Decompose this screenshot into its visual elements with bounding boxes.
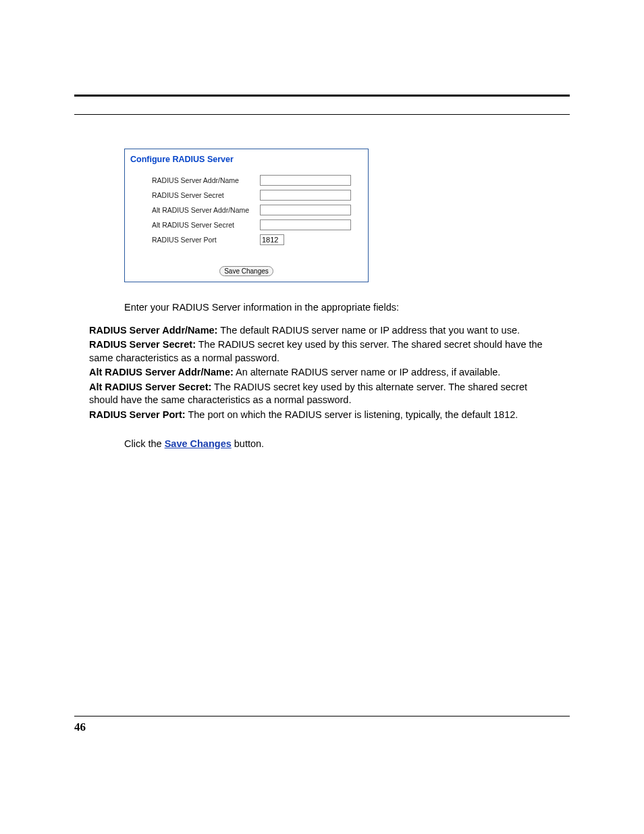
field-row: Alt RADIUS Server Addr/Name: [152, 205, 361, 215]
field-label: RADIUS Server Addr/Name: [152, 176, 260, 184]
field-label: Alt RADIUS Server Addr/Name: [152, 206, 260, 214]
definition-item: Alt RADIUS Server Addr/Name: An alternat…: [89, 366, 556, 380]
definition-desc: An alternate RADIUS server name or IP ad…: [234, 367, 500, 377]
definition-desc: The default RADIUS server name or IP add…: [217, 325, 520, 336]
field-row: RADIUS Server Secret: [152, 190, 361, 201]
field-label: RADIUS Server Port: [152, 236, 260, 244]
thick-rule: [74, 95, 570, 97]
closing-line: Click the Save Changes button.: [124, 438, 570, 449]
intro-text: Enter your RADIUS Server information in …: [124, 301, 556, 315]
footer-rule: [74, 716, 570, 716]
definition-term: RADIUS Server Addr/Name:: [89, 325, 217, 336]
thin-rule: [74, 114, 570, 115]
save-changes-button[interactable]: Save Changes: [219, 266, 273, 276]
alt-radius-secret-input[interactable]: [260, 219, 351, 230]
definition-term: Alt RADIUS Server Addr/Name:: [89, 367, 234, 377]
field-row: RADIUS Server Port: [152, 234, 361, 245]
definition-desc: The port on which the RADIUS server is l…: [186, 409, 518, 420]
radius-addr-input[interactable]: [260, 175, 351, 186]
page-number: 46: [74, 721, 86, 734]
config-radius-panel: Configure RADIUS Server RADIUS Server Ad…: [124, 149, 369, 282]
definition-term: RADIUS Server Secret:: [89, 339, 196, 350]
definition-item: RADIUS Server Addr/Name: The default RAD…: [89, 324, 556, 338]
closing-suffix: button.: [232, 438, 264, 449]
alt-radius-addr-input[interactable]: [260, 205, 351, 215]
save-changes-link[interactable]: Save Changes: [165, 438, 232, 449]
definition-item: RADIUS Server Port: The port on which th…: [89, 409, 556, 422]
field-row: RADIUS Server Addr/Name: [152, 175, 361, 186]
field-row: Alt RADIUS Server Secret: [152, 219, 361, 230]
radius-secret-input[interactable]: [260, 190, 351, 201]
field-label: RADIUS Server Secret: [152, 191, 260, 199]
radius-port-input[interactable]: [260, 234, 284, 245]
definition-item: Alt RADIUS Server Secret: The RADIUS sec…: [89, 381, 556, 407]
definition-term: Alt RADIUS Server Secret:: [89, 382, 211, 392]
field-label: Alt RADIUS Server Secret: [152, 221, 260, 229]
panel-title: Configure RADIUS Server: [125, 149, 368, 175]
closing-prefix: Click the: [124, 438, 165, 449]
definitions-block: RADIUS Server Addr/Name: The default RAD…: [89, 324, 556, 422]
form-area: RADIUS Server Addr/Name RADIUS Server Se…: [125, 175, 368, 256]
definition-term: RADIUS Server Port:: [89, 409, 186, 420]
definition-item: RADIUS Server Secret: The RADIUS secret …: [89, 338, 556, 365]
